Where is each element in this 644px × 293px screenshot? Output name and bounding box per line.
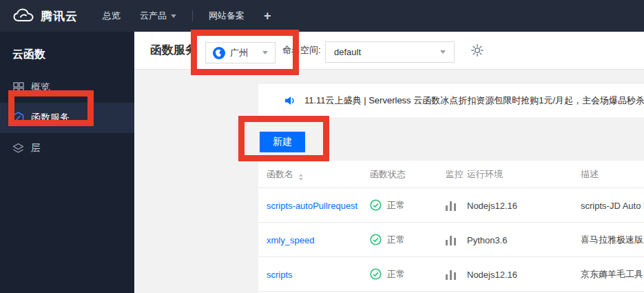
bar-chart-icon[interactable]: [446, 234, 456, 245]
runtime-value: Python3.6: [467, 234, 508, 245]
nav-item-cloud-products[interactable]: 云产品: [140, 10, 176, 22]
table-row: xmly_speed 正常 Python3.6 喜马拉雅极速版刷: [258, 223, 644, 257]
cloud-logo-icon: [12, 8, 34, 24]
layers-icon: [12, 143, 24, 154]
nav-item-cloud-products-label: 云产品: [140, 10, 167, 22]
nav-tab-beian[interactable]: 网站备案: [209, 10, 245, 22]
page-title: 函数服务: [150, 32, 197, 69]
sidebar: 云函数 概览 函数服务: [0, 32, 134, 293]
sidebar-item-overview[interactable]: 概览: [0, 72, 134, 103]
status-badge: 正常: [370, 199, 405, 212]
content-header: 函数服务 广州 命名空间: default: [134, 32, 644, 70]
grid-icon: [12, 82, 24, 93]
description-value: 喜马拉雅极速版刷: [581, 234, 644, 246]
column-header-desc: 描述: [581, 168, 599, 181]
table-row: scripts-autoPullrequest 正常 Nodejs12.16 s…: [258, 188, 644, 223]
tencent-cloud-logo[interactable]: 腾讯云: [12, 8, 78, 24]
sidebar-item-label: 函数服务: [31, 112, 70, 124]
namespace-select[interactable]: default: [325, 41, 455, 63]
sidebar-menu: 概览 函数服务 层: [0, 72, 134, 163]
check-circle-icon: [370, 199, 382, 211]
scf-hexagon-icon: [12, 112, 24, 124]
column-header-status: 函数状态: [370, 168, 406, 181]
sidebar-item-layers[interactable]: 层: [0, 133, 134, 163]
check-circle-icon: [370, 234, 382, 245]
sort-icon[interactable]: [299, 174, 303, 181]
chevron-down-icon: [171, 14, 176, 18]
top-navbar: 腾讯云 总览 云产品 网站备案 +: [0, 0, 644, 32]
chevron-down-icon: [262, 51, 268, 54]
nav-item-overview[interactable]: 总览: [103, 10, 121, 22]
megaphone-icon: [284, 94, 296, 107]
gear-icon[interactable]: [470, 43, 484, 57]
column-header-runtime: 运行环境: [467, 168, 503, 181]
description-value: 京东薅羊毛工具: [581, 268, 643, 281]
sidebar-item-label: 层: [31, 142, 41, 154]
runtime-value: Nodejs12.16: [467, 200, 517, 210]
status-badge: 正常: [370, 268, 405, 281]
region-label: 广州: [230, 47, 248, 59]
function-table: 函数名 函数状态 监控 运行环境 描述 scripts-autoPullrequ…: [258, 161, 644, 293]
check-circle-icon: [370, 268, 382, 280]
namespace-value: default: [334, 47, 361, 57]
column-header-monitor: 监控: [446, 168, 464, 181]
description-value: scripts-JD Auto Pull: [581, 200, 644, 210]
sidebar-item-label: 概览: [31, 81, 50, 94]
brand-name: 腾讯云: [41, 8, 78, 24]
function-name-link[interactable]: xmly_speed: [267, 234, 314, 245]
banner-text: 11.11云上盛典 | Serverless 云函数冰点折扣资源包限时抢购1元/…: [304, 94, 644, 107]
status-text: 正常: [387, 234, 405, 246]
promo-banner: 11.11云上盛典 | Serverless 云函数冰点折扣资源包限时抢购1元/…: [258, 84, 644, 117]
nav-divider: [192, 10, 193, 21]
bar-chart-icon[interactable]: [446, 200, 456, 211]
sidebar-item-function-service[interactable]: 函数服务: [0, 103, 134, 133]
add-tab-button[interactable]: +: [264, 9, 271, 23]
bar-chart-icon[interactable]: [446, 269, 456, 280]
function-name-link[interactable]: scripts: [267, 269, 293, 279]
globe-icon: [213, 47, 225, 59]
column-header-name: 函数名: [267, 168, 303, 181]
status-text: 正常: [387, 199, 405, 212]
chevron-down-icon: [440, 50, 446, 54]
region-selector[interactable]: 广州: [205, 42, 276, 63]
create-button[interactable]: 新建: [260, 132, 305, 152]
sidebar-title: 云函数: [0, 32, 134, 62]
runtime-value: Nodejs12.16: [467, 269, 517, 279]
status-badge: 正常: [370, 234, 405, 246]
status-text: 正常: [387, 268, 405, 281]
column-header-name-label: 函数名: [267, 169, 293, 179]
function-name-link[interactable]: scripts-autoPullrequest: [267, 200, 357, 210]
table-header-row: 函数名 函数状态 监控 运行环境 描述: [258, 161, 644, 188]
table-row: scripts 正常 Nodejs12.16 京东薅羊毛工具: [258, 257, 644, 292]
namespace-label: 命名空间:: [282, 32, 321, 69]
